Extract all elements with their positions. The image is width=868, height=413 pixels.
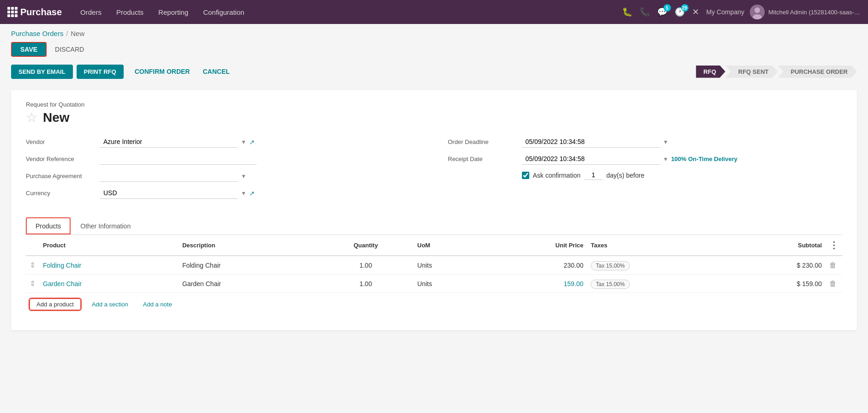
vendor-input[interactable]: [100, 136, 238, 148]
add-product-button[interactable]: Add a product: [30, 299, 81, 310]
rfq-name: New: [43, 110, 70, 125]
table-row: ⇕ Folding Chair Folding Chair 1.00 Units…: [26, 256, 842, 275]
wf-step-rfq-sent-label: RFQ SENT: [725, 66, 778, 78]
vendor-value: ▼ ↗: [100, 136, 420, 148]
messages-icon[interactable]: 💬 5: [655, 5, 669, 19]
row2-uom[interactable]: Units: [413, 275, 480, 293]
discard-button[interactable]: DISCARD: [50, 43, 89, 56]
breadcrumb-current: New: [71, 30, 84, 37]
receipt-date-value: ▼ 100% On-Time Delivery: [522, 153, 843, 165]
rfq-title-row: ☆ New: [26, 110, 842, 125]
wf-step-purchase-order[interactable]: PURCHASE ORDER: [778, 66, 857, 78]
col-subtotal: Subtotal: [727, 235, 826, 256]
vendor-external-link-icon[interactable]: ↗: [249, 138, 255, 146]
order-deadline-label: Order Deadline: [448, 138, 522, 145]
favorite-star-icon[interactable]: ☆: [26, 110, 37, 125]
col-unit-price: Unit Price: [480, 235, 587, 256]
breadcrumb-parent[interactable]: Purchase Orders: [11, 30, 63, 37]
menu-orders[interactable]: Orders: [73, 0, 109, 24]
receipt-date-label: Receipt Date: [448, 156, 522, 162]
receipt-date-dropdown-icon[interactable]: ▼: [663, 156, 669, 162]
row2-handle-icon[interactable]: ⇕: [30, 280, 36, 287]
company-name[interactable]: My Company: [706, 8, 744, 16]
currency-external-link-icon[interactable]: ↗: [249, 190, 255, 197]
add-note-button[interactable]: Add a note: [139, 299, 176, 310]
vendor-ref-input[interactable]: [100, 153, 257, 165]
col-taxes: Taxes: [587, 235, 727, 256]
vendor-label: Vendor: [26, 138, 100, 145]
bug-icon[interactable]: 🐛: [620, 5, 634, 19]
currency-value: ▼ ↗: [100, 187, 420, 199]
on-time-delivery-label: 100% On-Time Delivery: [671, 156, 737, 162]
messages-badge: 5: [664, 4, 671, 12]
table-more-options-icon[interactable]: ⋮: [829, 240, 838, 250]
purchase-agreement-input[interactable]: [100, 170, 238, 182]
table-row: ⇕ Garden Chair Garden Chair 1.00 Units 1…: [26, 275, 842, 293]
brand-title[interactable]: Purchase: [20, 7, 62, 18]
top-menu: Orders Products Reporting Configuration: [73, 0, 251, 24]
wf-step-rfq[interactable]: RFQ: [696, 66, 725, 78]
app-grid-menu[interactable]: [7, 7, 18, 17]
row2-delete-icon[interactable]: 🗑: [829, 280, 837, 287]
ask-confirmation-value: Ask confirmation day(s) before: [522, 170, 843, 180]
clock-badge: 29: [681, 4, 688, 12]
row1-taxes[interactable]: Tax 15.00%: [587, 256, 727, 275]
cancel-workflow-button[interactable]: CANCEL: [197, 64, 235, 79]
menu-configuration[interactable]: Configuration: [196, 0, 251, 24]
row1-product[interactable]: Folding Chair: [39, 256, 179, 275]
svg-point-1: [754, 7, 760, 13]
wf-step-rfq-sent[interactable]: RFQ SENT: [725, 66, 778, 78]
phone-icon[interactable]: 📞: [638, 5, 652, 19]
col-options: ⋮: [826, 235, 842, 256]
confirmation-days-input[interactable]: [584, 170, 603, 180]
menu-reporting[interactable]: Reporting: [151, 0, 196, 24]
row2-quantity[interactable]: 1.00: [318, 275, 413, 293]
row1-subtotal: $ 230.00: [727, 256, 826, 275]
order-deadline-input[interactable]: [522, 136, 660, 148]
wrench-icon[interactable]: ✕: [690, 5, 701, 19]
row1-uom[interactable]: Units: [413, 256, 480, 275]
row2-taxes[interactable]: Tax 15.00%: [587, 275, 727, 293]
ask-confirmation-row: Ask confirmation day(s) before: [448, 170, 843, 180]
receipt-date-input[interactable]: [522, 153, 660, 165]
days-before-label: day(s) before: [606, 172, 644, 179]
menu-products[interactable]: Products: [109, 0, 151, 24]
save-button[interactable]: SAVE: [11, 42, 47, 57]
form-right-col: Order Deadline ▼ Receipt Date ▼ 100% On-…: [448, 136, 843, 204]
row1-handle-icon[interactable]: ⇕: [30, 261, 36, 269]
user-avatar: [750, 5, 765, 19]
currency-dropdown-icon[interactable]: ▼: [241, 190, 246, 197]
row2-description[interactable]: Garden Chair: [179, 275, 318, 293]
row2-unit-price[interactable]: 159.00: [480, 275, 587, 293]
form-left-col: Vendor ▼ ↗ Vendor Reference Purchase Agr…: [26, 136, 420, 204]
clock-icon[interactable]: 🕐 29: [673, 5, 687, 19]
breadcrumb: Purchase Orders / New: [0, 24, 868, 40]
breadcrumb-separator: /: [66, 30, 68, 37]
tab-products[interactable]: Products: [26, 217, 71, 234]
workflow-steps: RFQ RFQ SENT PURCHASE ORDER: [696, 66, 857, 78]
purchase-agreement-dropdown-icon[interactable]: ▼: [241, 173, 246, 180]
user-menu[interactable]: Mitchell Admin (15281400-saas-15-1-a...: [750, 5, 861, 19]
vendor-dropdown-icon[interactable]: ▼: [241, 139, 246, 145]
row1-delete-icon[interactable]: 🗑: [829, 261, 837, 269]
row1-tax-badge: Tax 15.00%: [591, 261, 630, 270]
row2-tax-badge: Tax 15.00%: [591, 280, 630, 289]
form-fields: Vendor ▼ ↗ Vendor Reference Purchase Agr…: [26, 136, 842, 204]
print-rfq-button[interactable]: PRINT RFQ: [77, 65, 124, 79]
tab-other-information[interactable]: Other Information: [71, 217, 140, 234]
row2-product[interactable]: Garden Chair: [39, 275, 179, 293]
add-section-button[interactable]: Add a section: [88, 299, 132, 310]
row1-quantity[interactable]: 1.00: [318, 256, 413, 275]
purchase-agreement-row: Purchase Agreement ▼: [26, 170, 420, 182]
receipt-date-row: Receipt Date ▼ 100% On-Time Delivery: [448, 153, 843, 165]
currency-input[interactable]: [100, 187, 238, 199]
confirm-order-button[interactable]: CONFIRM ORDER: [129, 64, 196, 79]
row1-unit-price[interactable]: 230.00: [480, 256, 587, 275]
row1-description[interactable]: Folding Chair: [179, 256, 318, 275]
order-deadline-dropdown-icon[interactable]: ▼: [663, 139, 669, 145]
send-email-button[interactable]: SEND BY EMAIL: [11, 65, 73, 79]
action-bar: SAVE DISCARD: [0, 40, 868, 61]
col-quantity: Quantity: [318, 235, 413, 256]
ask-confirmation-checkbox[interactable]: [522, 172, 529, 179]
rfq-subtitle: Request for Quotation: [26, 101, 842, 108]
